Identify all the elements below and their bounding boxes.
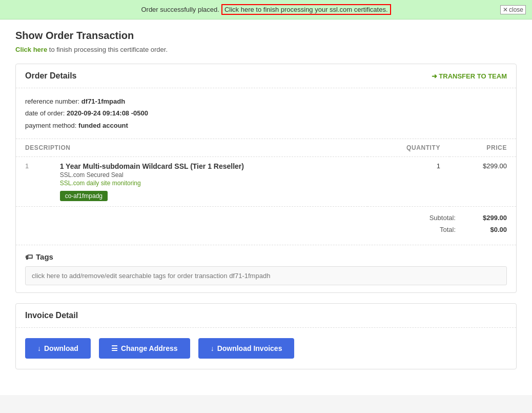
subtitle-post: to finish processing this certificate or… — [49, 46, 168, 53]
invoice-detail-header: Invoice Detail — [16, 304, 516, 328]
subtotal-label: Subtotal: — [420, 214, 456, 222]
payment-value: funded account — [78, 122, 128, 129]
page-title: Show Order Transaction — [15, 30, 517, 42]
order-details-title: Order Details — [25, 71, 76, 81]
col-price: PRICE — [449, 139, 516, 157]
order-table: DESCRIPTION QUANTITY PRICE 1 1 Year Mult… — [16, 139, 516, 207]
reference-value: df71-1fmpadh — [81, 97, 125, 105]
main-content: Show Order Transaction Click here to fin… — [0, 19, 532, 395]
item-price: $299.00 — [449, 157, 516, 207]
download-invoices-arrow-icon: ↓ — [211, 344, 214, 352]
order-meta: reference number: df71-1fmpadh date of o… — [16, 88, 516, 139]
download-invoices-button[interactable]: ↓ Download Invoices — [198, 338, 295, 359]
banner-close-button[interactable]: ✕ close — [500, 5, 526, 14]
col-description: DESCRIPTION — [16, 139, 367, 157]
total-row: Total: $0.00 — [25, 226, 507, 233]
banner-link[interactable]: Click here to finish processing your ssl… — [221, 4, 391, 15]
tags-title: Tags — [36, 252, 53, 261]
total-value: $0.00 — [471, 226, 507, 233]
close-label: close — [509, 6, 523, 13]
subtotal-row: Subtotal: $299.00 — [25, 214, 507, 222]
subtotal-value: $299.00 — [471, 214, 507, 222]
item-description: 1 Year Multi-subdomain Wildcard SSL (Tie… — [51, 157, 368, 207]
payment-label: payment method: — [25, 122, 76, 129]
banner-pre-text: Order successfully placed. — [141, 6, 219, 13]
tags-input[interactable] — [25, 266, 507, 285]
table-header-row: DESCRIPTION QUANTITY PRICE — [16, 139, 516, 157]
item-name: 1 Year Multi-subdomain Wildcard SSL (Tie… — [60, 162, 359, 170]
change-address-label: Change Address — [121, 344, 178, 352]
transfer-to-team-link[interactable]: ➜ TRANSFER TO TEAM — [432, 72, 507, 80]
top-banner: Order successfully placed. Click here to… — [0, 0, 532, 19]
item-quantity: 1 — [367, 157, 449, 207]
totals-section: Subtotal: $299.00 Total: $0.00 — [16, 207, 516, 245]
item-sub1: SSL.com Secured Seal — [60, 171, 359, 179]
item-number: 1 — [16, 157, 51, 207]
date-row: date of order: 2020-09-24 09:14:08 -0500 — [25, 107, 507, 119]
tag-icon: 🏷 — [25, 252, 33, 261]
invoice-body: ↓ Download ☰ Change Address ↓ Download I… — [16, 328, 516, 369]
item-sub2-link[interactable]: SSL.com daily site monitoring — [60, 180, 359, 187]
download-label: Download — [44, 344, 78, 352]
download-arrow-icon: ↓ — [37, 344, 41, 352]
tags-header: 🏷 Tags — [25, 252, 507, 261]
order-details-header: Order Details ➜ TRANSFER TO TEAM — [16, 64, 516, 88]
subtitle-line: Click here to finish processing this cer… — [15, 46, 517, 53]
subtitle-click-here[interactable]: Click here — [15, 46, 47, 53]
reference-row: reference number: df71-1fmpadh — [25, 95, 507, 107]
order-details-card: Order Details ➜ TRANSFER TO TEAM referen… — [15, 64, 517, 293]
date-label: date of order: — [25, 109, 65, 117]
close-x-icon: ✕ — [503, 6, 508, 13]
payment-row: payment method: funded account — [25, 120, 507, 131]
reference-label: reference number: — [25, 97, 79, 105]
change-address-icon: ☰ — [111, 344, 118, 352]
total-label: Total: — [420, 226, 456, 233]
item-badge: co-af1fmpadg — [60, 191, 108, 201]
download-button[interactable]: ↓ Download — [25, 338, 91, 359]
col-quantity: QUANTITY — [367, 139, 449, 157]
invoice-detail-card: Invoice Detail ↓ Download ☰ Change Addre… — [15, 303, 517, 369]
table-row: 1 1 Year Multi-subdomain Wildcard SSL (T… — [16, 157, 516, 207]
change-address-button[interactable]: ☰ Change Address — [99, 338, 190, 359]
download-invoices-label: Download Invoices — [217, 344, 282, 352]
tags-section: 🏷 Tags — [16, 245, 516, 292]
date-value: 2020-09-24 09:14:08 -0500 — [67, 109, 148, 117]
